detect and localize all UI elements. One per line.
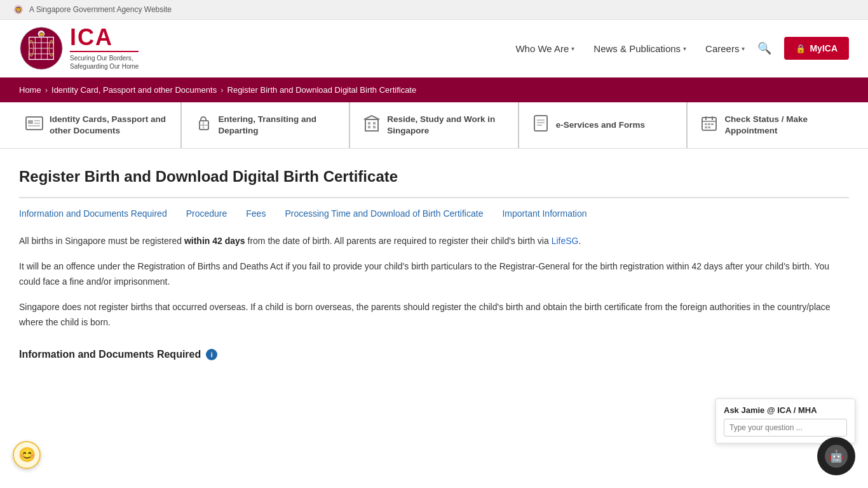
- tab-procedure[interactable]: Procedure: [186, 208, 227, 219]
- svg-rect-37: [711, 123, 714, 125]
- quick-nav-reside[interactable]: Reside, Study and Work in Singapore: [349, 102, 518, 148]
- quick-nav-check-status-label: Check Status / Make Appointment: [724, 114, 843, 137]
- gov-bar: 🦁 A Singapore Government Agency Website: [0, 0, 868, 20]
- gov-bar-text: A Singapore Government Agency Website: [29, 5, 172, 14]
- svg-rect-22: [365, 119, 378, 131]
- building-icon: [363, 114, 381, 136]
- section-heading-row: Information and Documents Required i: [19, 342, 849, 360]
- page-content: Register Birth and Download Digital Birt…: [0, 149, 868, 373]
- ica-emblem-icon: 🦁: [19, 26, 64, 71]
- singapore-lion-icon: 🦁: [13, 4, 24, 15]
- svg-rect-36: [708, 123, 710, 125]
- svg-rect-39: [708, 126, 710, 128]
- paragraph-2: It will be an offence under the Registra…: [19, 259, 849, 290]
- svg-rect-35: [705, 123, 707, 125]
- svg-rect-24: [373, 122, 376, 125]
- paragraph-1: All births in Singapore must be register…: [19, 234, 849, 249]
- tab-important-info[interactable]: Important Information: [502, 208, 587, 219]
- page-tabs: Information and Documents Required Proce…: [19, 208, 849, 219]
- breadcrumb-identity[interactable]: Identity Card, Passport and other Docume…: [51, 85, 217, 95]
- info-icon[interactable]: i: [206, 349, 217, 360]
- nav-careers[interactable]: Careers ▾: [705, 43, 745, 54]
- chevron-down-icon: ▾: [742, 45, 745, 52]
- svg-rect-27: [534, 116, 547, 131]
- lifesg-link[interactable]: LifeSG: [552, 236, 579, 246]
- page-divider: [19, 197, 849, 198]
- quick-nav-identity-cards[interactable]: Identity Cards, Passport and other Docum…: [13, 102, 180, 148]
- quick-nav-entering[interactable]: Entering, Transiting and Departing: [180, 102, 349, 148]
- breadcrumb-sep-1: ›: [45, 85, 48, 95]
- section-heading: Information and Documents Required: [19, 349, 201, 360]
- lock-icon: 🔒: [796, 44, 806, 53]
- svg-text:🦁: 🦁: [39, 32, 44, 37]
- nav-who-we-are[interactable]: Who We Are ▾: [515, 43, 574, 54]
- ica-tagline: Securing Our Borders,Safeguarding Our Ho…: [70, 54, 139, 71]
- ica-divider: [70, 51, 139, 52]
- quick-nav-check-status[interactable]: Check Status / Make Appointment: [686, 102, 855, 148]
- breadcrumb-sep-2: ›: [220, 85, 223, 95]
- breadcrumb-current: Register Birth and Download Digital Birt…: [227, 85, 417, 95]
- main-nav: Who We Are ▾ News & Publications ▾ Caree…: [515, 43, 745, 54]
- svg-rect-26: [373, 126, 376, 128]
- document-icon: [532, 114, 550, 136]
- breadcrumb: Home › Identity Card, Passport and other…: [0, 78, 868, 102]
- identity-card-icon: [25, 116, 43, 134]
- luggage-icon: [194, 114, 212, 136]
- tab-fees[interactable]: Fees: [246, 208, 266, 219]
- quick-nav-eservices[interactable]: e-Services and Forms: [518, 102, 687, 148]
- header: 🦁 ICA Securing Our Borders,Safeguarding …: [0, 20, 868, 78]
- paragraph-3: Singapore does not register births that …: [19, 300, 849, 330]
- search-button[interactable]: 🔍: [757, 41, 771, 55]
- quick-nav-eservices-label: e-Services and Forms: [556, 119, 645, 131]
- calendar-icon: [700, 115, 718, 135]
- quick-nav-reside-label: Reside, Study and Work in Singapore: [387, 114, 505, 137]
- svg-rect-23: [368, 122, 370, 125]
- quick-nav-identity-label: Identity Cards, Passport and other Docum…: [50, 114, 168, 137]
- quick-nav: Identity Cards, Passport and other Docum…: [0, 102, 868, 149]
- ica-name: ICA: [70, 26, 139, 49]
- svg-rect-15: [28, 120, 33, 124]
- nav-news-publications[interactable]: News & Publications ▾: [593, 43, 686, 54]
- tab-processing-time[interactable]: Processing Time and Download of Birth Ce…: [285, 208, 483, 219]
- logo-area[interactable]: 🦁 ICA Securing Our Borders,Safeguarding …: [19, 26, 139, 71]
- breadcrumb-home[interactable]: Home: [19, 85, 41, 95]
- svg-text:🦁: 🦁: [15, 6, 23, 14]
- quick-nav-entering-label: Entering, Transiting and Departing: [219, 114, 337, 137]
- tab-info-docs[interactable]: Information and Documents Required: [19, 208, 167, 219]
- ica-text-block: ICA Securing Our Borders,Safeguarding Ou…: [70, 26, 139, 71]
- svg-rect-25: [368, 126, 370, 128]
- page-title: Register Birth and Download Digital Birt…: [19, 168, 849, 186]
- svg-rect-38: [705, 126, 707, 128]
- myica-button[interactable]: 🔒 MyICA: [784, 37, 849, 60]
- chevron-down-icon: ▾: [571, 45, 574, 52]
- chevron-down-icon: ▾: [683, 45, 686, 52]
